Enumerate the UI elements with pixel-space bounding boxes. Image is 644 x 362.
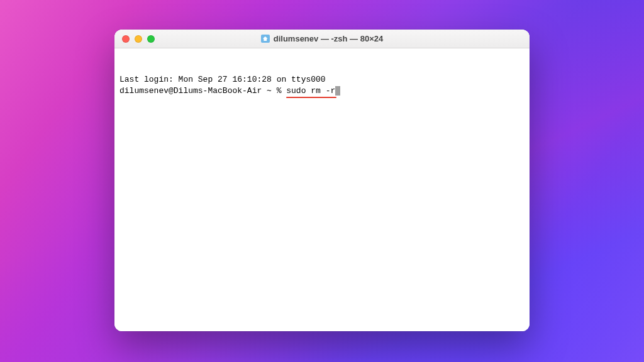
window-controls — [114, 35, 155, 43]
last-login-line: Last login: Mon Sep 27 16:10:28 on ttys0… — [119, 74, 525, 85]
maximize-button[interactable] — [147, 35, 155, 43]
command-text-wrap: sudo rm -r — [286, 85, 335, 97]
typed-command: sudo rm -r — [286, 86, 335, 96]
prompt-line: dilumsenev@Dilums-MacBook-Air ~ % sudo r… — [119, 85, 525, 97]
close-button[interactable] — [122, 35, 130, 43]
terminal-content[interactable]: Last login: Mon Sep 27 16:10:28 on ttys0… — [114, 48, 530, 331]
cursor — [335, 86, 340, 96]
shell-prompt: dilumsenev@Dilums-MacBook-Air ~ % — [119, 86, 286, 96]
terminal-window[interactable]: dilumsenev — -zsh — 80×24 Last login: Mo… — [114, 30, 530, 331]
window-title-area: dilumsenev — -zsh — 80×24 — [114, 34, 530, 43]
window-title: dilumsenev — -zsh — 80×24 — [274, 34, 383, 43]
window-titlebar[interactable]: dilumsenev — -zsh — 80×24 — [114, 30, 530, 48]
minimize-button[interactable] — [135, 35, 142, 43]
annotation-underline — [286, 97, 336, 99]
home-folder-icon — [261, 35, 270, 43]
